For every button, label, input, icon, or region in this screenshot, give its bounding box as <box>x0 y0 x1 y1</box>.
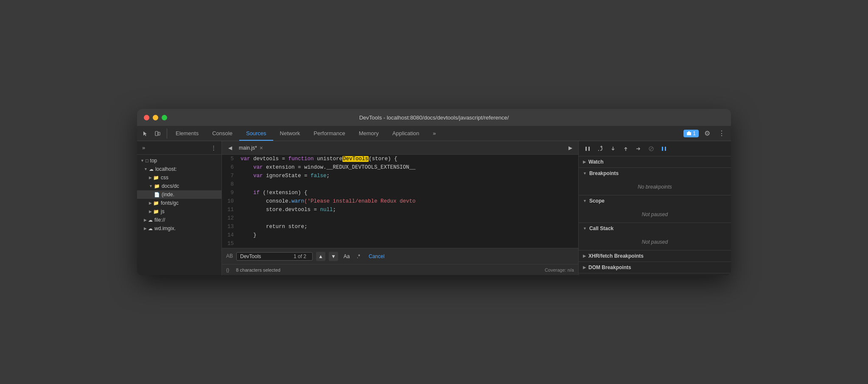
folder-icon: 📁 <box>153 200 159 206</box>
tab-elements[interactable]: Elements <box>169 126 205 141</box>
scope-section-arrow: ▼ <box>583 199 587 203</box>
svg-rect-5 <box>598 150 599 151</box>
breakpoints-section-header[interactable]: ▼ Breakpoints <box>579 168 731 179</box>
code-line-5: 5 var devtools = function unistoreDevToo… <box>222 155 578 163</box>
pause-button[interactable] <box>582 143 593 154</box>
watch-section-header[interactable]: ▶ Watch <box>579 156 731 167</box>
search-prev-button[interactable]: ▲ <box>316 252 325 261</box>
xhr-section-header[interactable]: ▶ XHR/fetch Breakpoints <box>579 250 731 262</box>
step-button[interactable] <box>633 143 644 154</box>
editor-tab-bar: ◀ main.js* × ▶ <box>222 141 578 155</box>
xhr-breakpoints-section: ▶ XHR/fetch Breakpoints <box>579 250 731 262</box>
tab-performance[interactable]: Performance <box>307 126 352 141</box>
svg-rect-3 <box>585 147 587 151</box>
file-tree-sidebar: » ⋮ ▼ □ top ▼ ☁ localhost: ▶ <box>137 141 222 275</box>
pause-on-exceptions-button[interactable] <box>658 143 669 154</box>
tree-item-top[interactable]: ▼ □ top <box>137 156 221 165</box>
minimize-button[interactable] <box>153 115 158 120</box>
folder-icon: 📁 <box>154 184 160 189</box>
tab-more[interactable]: » <box>426 126 442 141</box>
traffic-lights <box>144 115 167 120</box>
toolbar-icons <box>140 128 167 139</box>
editor-area: ◀ main.js* × ▶ 5 var devtools = fun <box>222 141 578 275</box>
dom-section-header[interactable]: ▶ DOM Breakpoints <box>579 262 731 273</box>
code-line-9: 9 if (!extension) { <box>222 189 578 197</box>
status-bar: {} 8 characters selected Coverage: n/a <box>222 264 578 275</box>
editor-back-icon[interactable]: ◀ <box>225 143 235 153</box>
more-options-icon[interactable]: ⋮ <box>716 128 728 139</box>
dom-breakpoints-section: ▶ DOM Breakpoints <box>579 262 731 273</box>
dom-section-arrow: ▶ <box>583 265 586 270</box>
editor-tab-main-js[interactable]: main.js* × <box>235 141 267 154</box>
tab-application[interactable]: Application <box>386 126 426 141</box>
tab-network[interactable]: Network <box>273 126 307 141</box>
tree-item-localhost[interactable]: ▼ ☁ localhost: <box>137 165 221 173</box>
tree-item-fonts[interactable]: ▶ 📁 fonts/gc <box>137 199 221 207</box>
settings-icon[interactable]: ⚙ <box>701 128 713 139</box>
code-line-12: 12 <box>222 214 578 223</box>
code-editor[interactable]: 5 var devtools = function unistoreDevToo… <box>222 155 578 248</box>
tree-item-css[interactable]: ▶ 📁 css <box>137 173 221 182</box>
search-options: Aa .* <box>342 252 364 261</box>
tree-item-wd[interactable]: ▶ ☁ wd.imgix. <box>137 224 221 233</box>
svg-rect-4 <box>588 147 590 151</box>
search-input[interactable] <box>240 253 291 259</box>
tab-console[interactable]: Console <box>205 126 239 141</box>
step-into-button[interactable] <box>608 143 619 154</box>
breakpoints-section: ▼ Breakpoints No breakpoints <box>579 168 731 195</box>
toolbar-right: 1 ⚙ ⋮ <box>683 128 728 139</box>
code-line-13: 13 return store; <box>222 223 578 231</box>
call-stack-section-header[interactable]: ▼ Call Stack <box>579 223 731 234</box>
search-next-button[interactable]: ▼ <box>329 252 338 261</box>
selection-status: 8 characters selected <box>236 267 280 273</box>
code-line-7: 7 var ignoreState = false; <box>222 172 578 180</box>
cursor-icon[interactable] <box>140 128 151 139</box>
code-line-10: 10 console.warn('Please install/enable R… <box>222 197 578 206</box>
no-breakpoints-text: No breakpoints <box>579 179 731 195</box>
devtools-window: DevTools - localhost:8080/docs/devtools/… <box>137 109 731 275</box>
notifications-badge[interactable]: 1 <box>683 130 699 137</box>
svg-rect-0 <box>155 131 158 136</box>
svg-rect-12 <box>665 147 666 151</box>
call-stack-section: ▼ Call Stack Not paused <box>579 223 731 250</box>
file-icon: 📄 <box>154 192 160 198</box>
search-cancel-button[interactable]: Cancel <box>369 253 384 259</box>
deactivate-breakpoints-button[interactable] <box>646 143 657 154</box>
close-button[interactable] <box>144 115 149 120</box>
svg-text:AB: AB <box>226 253 233 259</box>
search-bar: AB 1 of 2 ▲ ▼ Aa .* Cancel <box>222 248 578 264</box>
tree-item-js[interactable]: ▶ 📁 js <box>137 207 221 216</box>
step-over-button[interactable] <box>595 143 606 154</box>
sidebar-expand-icon[interactable]: » <box>140 144 147 152</box>
step-out-button[interactable] <box>620 143 631 154</box>
svg-rect-11 <box>662 147 663 151</box>
maximize-button[interactable] <box>162 115 167 120</box>
tab-memory[interactable]: Memory <box>352 126 386 141</box>
match-case-button[interactable]: Aa <box>342 252 352 261</box>
regex-button[interactable]: .* <box>353 252 364 261</box>
tab-sources[interactable]: Sources <box>239 126 273 141</box>
tree-item-file[interactable]: ▶ ☁ file:// <box>137 216 221 224</box>
editor-tab-close[interactable]: × <box>260 145 263 151</box>
folder-icon: 📁 <box>153 209 159 214</box>
editor-toolbar-left: ◀ <box>225 143 235 153</box>
device-toggle-icon[interactable] <box>152 128 162 139</box>
format-button[interactable]: {} <box>226 267 229 273</box>
scope-section-header[interactable]: ▼ Scope <box>579 195 731 206</box>
right-panel: ▶ Watch ▼ Breakpoints No breakpoints ▼ <box>578 141 731 275</box>
debug-toolbar <box>579 141 731 156</box>
tabs: Elements Console Sources Network Perform… <box>169 126 443 141</box>
search-input-wrap[interactable]: 1 of 2 <box>236 252 313 261</box>
tree-item-docs[interactable]: ▼ 📁 docs/dc <box>137 182 221 190</box>
code-line-6: 6 var extension = window.__REDUX_DEVTOOL… <box>222 163 578 172</box>
tree-item-index[interactable]: 📄 (inde. <box>137 190 221 199</box>
search-replace-icon: AB <box>226 252 233 260</box>
cloud-icon: ☁ <box>148 217 153 223</box>
file-tree: ▼ □ top ▼ ☁ localhost: ▶ 📁 css <box>137 155 221 275</box>
editor-toolbar-right: ▶ <box>566 143 575 153</box>
code-line-15: 15 <box>222 239 578 248</box>
svg-line-10 <box>650 147 652 150</box>
coverage-status: Coverage: n/a <box>545 267 574 273</box>
run-script-icon[interactable]: ▶ <box>566 143 575 153</box>
sidebar-more-icon[interactable]: ⋮ <box>209 144 218 152</box>
